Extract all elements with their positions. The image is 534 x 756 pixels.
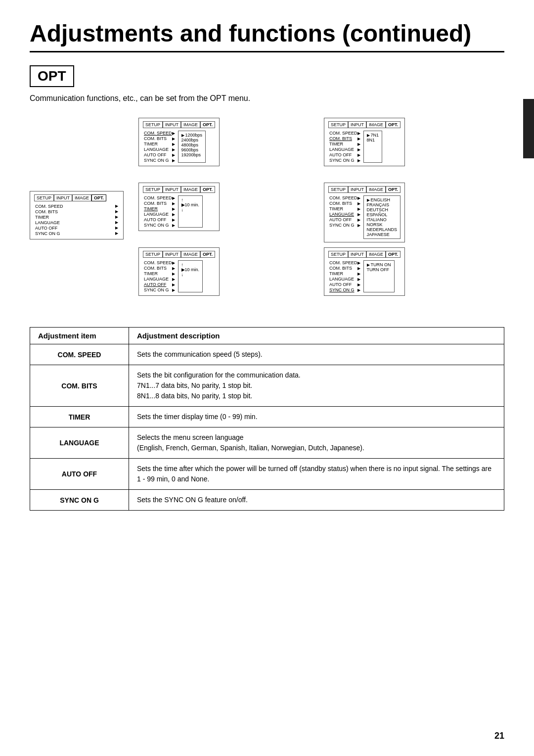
ao-submenu: ↑ ▶10 min. ↓ (178, 260, 203, 292)
main-menu-container: SETUP INPUT IMAGE OPT. COM. SPEED ▶ COM.… (30, 118, 138, 307)
auto-off-row-desc: Sets the time after which the power will… (129, 459, 504, 489)
menu-item-com-speed: COM. SPEED ▶ (34, 204, 119, 209)
lg-tab-image: IMAGE (366, 186, 386, 193)
cb-tab-image: IMAGE (366, 121, 386, 128)
lg-sync-on-g: SYNC ON G (329, 223, 355, 228)
cs-language-arrow: ▶ (172, 147, 175, 152)
diagrams-grid: SETUP INPUT IMAGE OPT. COM. SPEED ▶ COM.… (138, 118, 504, 307)
tm-item-timer: TIMER ▶ (143, 206, 176, 211)
ao-sync-on-g-arrow: ▶ (172, 288, 175, 292)
ao-value: ▶10 min. (181, 267, 200, 272)
cs-item-com-bits: COM. BITS ▶ (143, 136, 176, 141)
cs-sync-on-g: SYNC ON G (144, 158, 169, 163)
cs-tab-setup: SETUP (143, 121, 163, 128)
table-row: COM. SPEED Sets the communication speed … (30, 344, 504, 365)
ao-com-speed: COM. SPEED (144, 260, 172, 265)
lg-timer-arrow: ▶ (357, 207, 360, 211)
menu-item-auto-off: AUTO OFF ▶ (34, 226, 119, 231)
cb-item-timer: TIMER ▶ (328, 142, 361, 146)
cb-submenu: 7N1 8N1 (363, 131, 383, 163)
tm-down-arrow: ↓ (181, 207, 200, 212)
language-diagram: SETUP INPUT IMAGE OPT. COM. SPEED ▶ COM.… (324, 183, 504, 242)
sg-com-speed: COM. SPEED (329, 260, 357, 265)
auto-off-row-label: AUTO OFF (30, 459, 129, 489)
cs-timer: TIMER (144, 142, 158, 146)
lg-val-english: ENGLISH (367, 197, 398, 202)
sg-item-com-speed: COM. SPEED ▶ (328, 260, 361, 265)
ao-auto-off: AUTO OFF (144, 282, 166, 287)
side-tab (523, 99, 534, 158)
tm-tab-input: INPUT (163, 186, 181, 193)
sg-sync-on-g: SYNC ON G (329, 287, 355, 292)
tm-timer: TIMER (144, 206, 158, 211)
cb-timer-arrow: ▶ (357, 142, 360, 146)
lg-val-italiano: ITALIANO (367, 217, 398, 222)
sg-timer: TIMER (329, 271, 343, 276)
timer-diagram: SETUP INPUT IMAGE OPT. COM. SPEED ▶ COM.… (138, 183, 319, 242)
menu-item-com-bits: COM. BITS ▶ (34, 209, 119, 214)
tm-item-com-speed: COM. SPEED ▶ (143, 195, 176, 200)
auto-off-diagram: SETUP INPUT IMAGE OPT. COM. SPEED ▶ COM.… (138, 247, 319, 307)
page-title: Adjustments and functions (continued) (30, 20, 504, 52)
lg-val-japanese: JAPANESE (367, 232, 398, 237)
opt-label: OPT (30, 65, 74, 87)
cs-com-bits: COM. BITS (144, 136, 167, 141)
sg-item-auto-off: AUTO OFF ▶ (328, 282, 361, 287)
cb-language: LANGUAGE (329, 147, 354, 152)
cb-sync-on-g: SYNC ON G (329, 158, 355, 163)
ao-com-bits-arrow: ▶ (172, 266, 175, 271)
ao-timer-arrow: ▶ (172, 272, 175, 276)
language-label: LANGUAGE (35, 220, 60, 225)
tm-language-arrow: ▶ (172, 212, 175, 217)
cb-language-arrow: ▶ (357, 147, 360, 152)
tm-item-auto-off: AUTO OFF ▶ (143, 217, 176, 222)
ao-tabs: SETUP INPUT IMAGE OPT. (143, 251, 215, 258)
cb-com-speed: COM. SPEED (329, 131, 357, 136)
lg-val-francais: FRANÇAIS (367, 202, 398, 207)
cs-com-speed: COM. SPEED (144, 131, 172, 136)
ao-sync-on-g: SYNC ON G (144, 287, 169, 292)
cb-menu-items: COM. SPEED ▶ COM. BITS ▶ TIMER ▶ LANGU (328, 131, 361, 163)
main-menu-box: SETUP INPUT IMAGE OPT. COM. SPEED ▶ COM.… (30, 191, 124, 239)
lg-com-bits: COM. BITS (329, 201, 352, 206)
timer-row-desc: Sets the timer display time (0 - 99) min… (129, 407, 504, 427)
sg-language: LANGUAGE (329, 277, 354, 282)
com-bits-arrow: ▶ (115, 209, 118, 214)
cs-com-bits-arrow: ▶ (172, 137, 175, 141)
cs-item-com-speed: COM. SPEED ▶ (143, 131, 176, 136)
sg-tab-setup: SETUP (328, 251, 348, 258)
sg-auto-off: AUTO OFF (329, 282, 352, 287)
language-menu-box: SETUP INPUT IMAGE OPT. COM. SPEED ▶ COM.… (324, 183, 405, 242)
lg-menu-items: COM. SPEED ▶ COM. BITS ▶ TIMER ▶ LANGU (328, 195, 361, 239)
cb-val-7n1: 7N1 (367, 133, 379, 138)
tm-tab-opt: OPT. (200, 186, 215, 193)
ao-item-com-speed: COM. SPEED ▶ (143, 260, 176, 265)
table-col1-header: Adjustment item (30, 328, 129, 344)
lg-com-speed-arrow: ▶ (357, 196, 360, 200)
cb-item-language: LANGUAGE ▶ (328, 147, 361, 152)
ao-tab-setup: SETUP (143, 251, 163, 258)
cs-menu-items: COM. SPEED ▶ COM. BITS ▶ TIMER ▶ LANGU (143, 131, 176, 163)
lg-tab-input: INPUT (348, 186, 366, 193)
lg-submenu: ENGLISH FRANÇAIS DEUTSCH ESPAÑOL ITALIAN… (363, 195, 401, 239)
ao-tab-opt: OPT. (200, 251, 215, 258)
main-menu-items: COM. SPEED ▶ COM. BITS ▶ TIMER ▶ LANGUAG… (34, 204, 119, 236)
sg-sync-on-g-arrow: ▶ (357, 288, 360, 292)
lg-val-deutsch: DEUTSCH (367, 207, 398, 212)
cb-item-com-bits: COM. BITS ▶ (328, 136, 361, 141)
table-row: AUTO OFF Sets the time after which the p… (30, 459, 504, 490)
com-bits-row-desc: Sets the bit configuration for the commu… (129, 365, 504, 406)
tm-item-language: LANGUAGE ▶ (143, 212, 176, 217)
timer-arrow: ▶ (115, 215, 118, 219)
sg-com-bits-arrow: ▶ (357, 266, 360, 271)
tab-opt: OPT. (91, 194, 106, 201)
tab-setup: SETUP (34, 194, 54, 201)
cb-item-sync-on-g: SYNC ON G ▶ (328, 158, 361, 163)
tm-com-bits: COM. BITS (144, 201, 167, 206)
cb-com-speed-arrow: ▶ (357, 131, 360, 136)
table-header: Adjustment item Adjustment description (30, 328, 504, 344)
tm-submenu: ↑ ▶10 min. ↓ (178, 195, 203, 228)
ao-tab-input: INPUT (163, 251, 181, 258)
cb-val-8n1: 8N1 (367, 138, 379, 142)
com-speed-label: COM. SPEED (35, 204, 63, 209)
